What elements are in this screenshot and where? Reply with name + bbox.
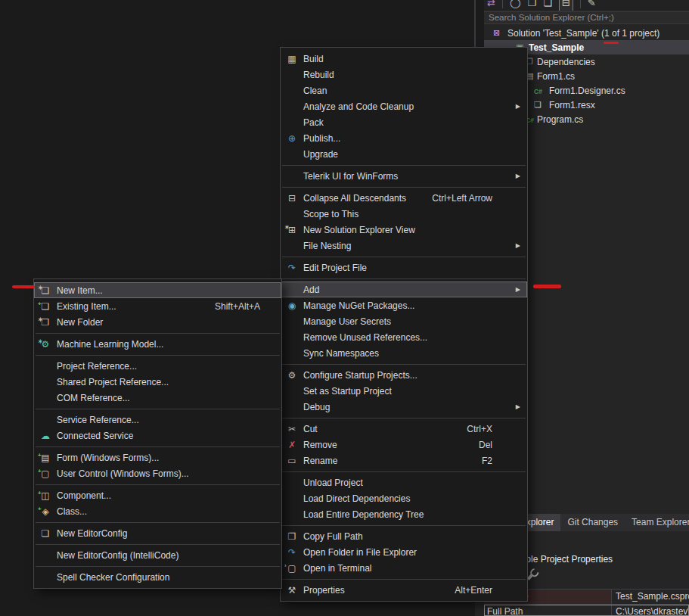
menu-item-rename[interactable]: ▭RenameF2 bbox=[281, 453, 527, 468]
menu-item-unload-project[interactable]: Unload Project bbox=[281, 474, 527, 490]
menu-item-machine-learning-model[interactable]: ⚙✶Machine Learning Model... bbox=[34, 336, 281, 352]
menu-item-open-folder-in-file-explorer[interactable]: ↷Open Folder in File Explorer bbox=[281, 544, 527, 560]
tab-team-explorer[interactable]: Team Explorer bbox=[625, 514, 689, 531]
switch-views-icon[interactable]: ⇄ bbox=[487, 0, 495, 11]
menu-item-publish[interactable]: ⊕Publish... bbox=[281, 130, 527, 146]
menu-item-manage-nuget-packages[interactable]: ◉Manage NuGet Packages... bbox=[281, 297, 527, 313]
menu-item-edit-project-file[interactable]: ↷Edit Project File bbox=[281, 260, 527, 275]
menu-item-label: Manage NuGet Packages... bbox=[303, 300, 520, 311]
form-wf-icon-accent: + bbox=[38, 450, 42, 461]
tab-git-changes[interactable]: Git Changes bbox=[560, 514, 625, 531]
menu-item-label: New EditorConfig (IntelliCode) bbox=[57, 550, 274, 561]
open-folder-icon: ↷ bbox=[281, 547, 303, 558]
menu-item-label: New Folder bbox=[57, 317, 274, 328]
menu-item-label: Cut bbox=[303, 424, 467, 434]
menu-item-form-windows-forms[interactable]: ▤+Form (Windows Forms)... bbox=[34, 450, 281, 465]
menu-item-telerik-ui-for-winforms[interactable]: Telerik UI for WinForms▶ bbox=[281, 168, 527, 184]
menu-item-collapse-all-descendants[interactable]: ⊟Collapse All DescendantsCtrl+Left Arrow bbox=[281, 190, 527, 206]
menu-item-shortcut: Ctrl+X bbox=[467, 424, 492, 434]
collapse-all-icon[interactable]: ❐ bbox=[527, 0, 536, 11]
annotation-mark-new-item bbox=[12, 285, 35, 288]
menu-item-cut[interactable]: ✂CutCtrl+X bbox=[281, 421, 527, 437]
menu-item-label: File Nesting bbox=[303, 241, 520, 251]
menu-item-rebuild[interactable]: Rebuild bbox=[281, 67, 527, 82]
menu-item-class[interactable]: ◈+Class... bbox=[34, 503, 281, 519]
menu-separator bbox=[281, 522, 527, 528]
solution-explorer-toolbar: ⇄◯❐❏⊟✎ bbox=[484, 0, 689, 11]
menu-item-label: Publish... bbox=[303, 133, 520, 144]
menu-item-build[interactable]: ▦Build bbox=[281, 51, 527, 67]
menu-item-label: New Solution Explorer View bbox=[303, 225, 520, 235]
search-input[interactable] bbox=[484, 11, 689, 24]
resx-file-icon: ❏ bbox=[534, 99, 542, 110]
tree-item-label: Program.cs bbox=[537, 114, 583, 125]
menu-item-load-entire-dependency-tree[interactable]: Load Entire Dependency Tree bbox=[281, 506, 527, 522]
menu-item-component[interactable]: ◫+Component... bbox=[34, 487, 281, 503]
menu-item-open-in-terminal[interactable]: ▢›Open in Terminal bbox=[281, 560, 527, 576]
preview-selected-items-icon[interactable]: ✎ bbox=[588, 0, 596, 11]
menu-item-properties[interactable]: ⚒PropertiesAlt+Enter bbox=[281, 582, 527, 598]
terminal-icon: ▢› bbox=[281, 563, 303, 574]
menu-item-remove[interactable]: ✗RemoveDel bbox=[281, 437, 527, 453]
sync-with-active-document-icon[interactable]: ⊟ bbox=[559, 0, 573, 11]
menu-item-scope-to-this[interactable]: Scope to This bbox=[281, 206, 527, 222]
menu-item-connected-service[interactable]: ☁Connected Service bbox=[34, 428, 281, 443]
menu-item-add[interactable]: Add▶ bbox=[281, 282, 527, 297]
menu-item-new-solution-explorer-view[interactable]: ⊞✶New Solution Explorer View bbox=[281, 222, 527, 238]
refresh-icon[interactable]: ◯ bbox=[510, 0, 521, 11]
menu-separator bbox=[281, 275, 527, 282]
menu-item-pack[interactable]: Pack bbox=[281, 114, 527, 130]
menu-item-sync-namespaces[interactable]: Sync Namespaces bbox=[281, 345, 527, 361]
menu-item-new-folder[interactable]: ❒✶New Folder bbox=[34, 314, 281, 330]
new-view-icon: ⊞✶ bbox=[281, 225, 303, 235]
menu-item-debug[interactable]: Debug▶ bbox=[281, 399, 527, 415]
menu-item-label: User Control (Windows Forms)... bbox=[57, 468, 274, 479]
menu-item-analyze-and-code-cleanup[interactable]: Analyze and Code Cleanup▶ bbox=[281, 98, 527, 114]
menu-item-new-editorconfig-intellicode[interactable]: New EditorConfig (IntelliCode) bbox=[34, 547, 281, 563]
menu-item-upgrade[interactable]: Upgrade bbox=[281, 146, 527, 162]
menu-item-label: Sync Namespaces bbox=[303, 348, 520, 359]
annotation-mark-add bbox=[533, 285, 561, 288]
menu-item-copy-full-path[interactable]: ❐Copy Full Path bbox=[281, 528, 527, 544]
menu-item-service-reference[interactable]: Service Reference... bbox=[34, 412, 281, 428]
menu-item-set-as-startup-project[interactable]: Set as Startup Project bbox=[281, 383, 527, 399]
menu-item-shortcut: Del bbox=[479, 440, 492, 450]
menu-item-configure-startup-projects[interactable]: ⚙Configure Startup Projects... bbox=[281, 367, 527, 383]
menu-item-label: Add bbox=[303, 285, 520, 295]
new-item-icon: ❏✶ bbox=[34, 285, 57, 296]
menu-item-load-direct-dependencies[interactable]: Load Direct Dependencies bbox=[281, 490, 527, 506]
menu-separator bbox=[34, 481, 281, 487]
property-value[interactable]: C:\Users\dkrastev\D bbox=[611, 605, 689, 616]
show-all-files-icon[interactable]: ❏ bbox=[543, 0, 552, 11]
menu-item-new-editorconfig[interactable]: ❏New EditorConfig bbox=[34, 525, 281, 541]
submenu-arrow-icon: ▶ bbox=[516, 103, 520, 110]
menu-separator bbox=[34, 352, 281, 358]
menu-item-existing-item[interactable]: ❏+Existing Item...Shift+Alt+A bbox=[34, 298, 281, 314]
menu-item-label: Edit Project File bbox=[303, 263, 520, 273]
menu-item-com-reference[interactable]: COM Reference... bbox=[34, 390, 281, 406]
menu-item-label: Telerik UI for WinForms bbox=[303, 171, 520, 182]
menu-item-manage-user-secrets[interactable]: Manage User Secrets bbox=[281, 313, 527, 329]
tree-item-label: Dependencies bbox=[537, 57, 595, 67]
menu-item-project-reference[interactable]: Project Reference... bbox=[34, 358, 281, 374]
property-row-full-path[interactable]: Full PathC:\Users\dkrastev\D bbox=[484, 605, 689, 616]
menu-separator bbox=[34, 541, 281, 547]
menu-item-remove-unused-references[interactable]: Remove Unused References... bbox=[281, 329, 527, 345]
new-item-icon-accent: ✶ bbox=[38, 283, 43, 294]
component-icon: ◫+ bbox=[34, 490, 57, 501]
menu-item-new-item[interactable]: ❏✶New Item... bbox=[34, 282, 281, 298]
property-value[interactable]: Test_Sample.csproj bbox=[611, 590, 689, 604]
wrench-icon: ⚒ bbox=[281, 585, 303, 596]
menu-item-file-nesting[interactable]: File Nesting▶ bbox=[281, 238, 527, 254]
ml-model-icon-accent: ✶ bbox=[38, 337, 43, 347]
build-icon: ▦ bbox=[281, 54, 303, 64]
existing-item-icon-accent: + bbox=[38, 299, 42, 310]
menu-separator bbox=[281, 415, 527, 421]
menu-item-clean[interactable]: Clean bbox=[281, 82, 527, 98]
menu-item-user-control-windows-forms[interactable]: ▢+User Control (Windows Forms)... bbox=[34, 465, 281, 481]
submenu-arrow-icon: ▶ bbox=[516, 242, 520, 249]
menu-item-spell-checker-configuration[interactable]: Spell Checker Configuration bbox=[34, 569, 281, 585]
menu-item-shared-project-reference[interactable]: Shared Project Reference... bbox=[34, 374, 281, 390]
tree-item-solution-test-sample-1-of-1-project[interactable]: ⊠Solution 'Test_Sample' (1 of 1 project) bbox=[484, 26, 689, 40]
menu-item-label: Load Direct Dependencies bbox=[303, 493, 520, 504]
